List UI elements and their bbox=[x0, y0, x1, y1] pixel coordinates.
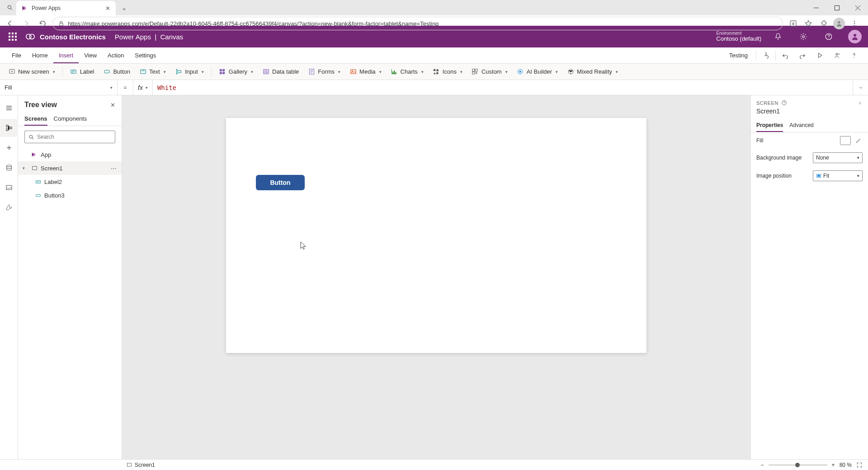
app-checker-icon[interactable] bbox=[758, 47, 774, 64]
status-screen-icon bbox=[127, 462, 132, 468]
undo-icon[interactable] bbox=[778, 47, 793, 64]
svg-rect-31 bbox=[394, 70, 395, 74]
tree-node-app[interactable]: App bbox=[18, 148, 122, 161]
canvas-button-control[interactable]: Button bbox=[256, 175, 305, 190]
tree-node-more-icon[interactable]: ⋯ bbox=[111, 165, 117, 172]
gallery-button[interactable]: Gallery▾ bbox=[215, 65, 257, 79]
user-avatar[interactable] bbox=[848, 30, 862, 43]
tree-node-screen1[interactable]: ▾ Screen1 ⋯ bbox=[18, 161, 122, 175]
ribbon-tab-settings[interactable]: Settings bbox=[129, 47, 161, 63]
ribbon-tab-view[interactable]: View bbox=[79, 47, 102, 63]
nav-reload-button[interactable] bbox=[36, 17, 49, 30]
settings-icon[interactable] bbox=[795, 26, 812, 47]
canvas-area[interactable]: Button bbox=[122, 95, 750, 459]
fit-to-window-icon[interactable] bbox=[856, 462, 863, 468]
zoom-slider[interactable] bbox=[769, 465, 827, 465]
mixed-reality-button[interactable]: Mixed Reality▾ bbox=[563, 65, 622, 79]
fill-edit-icon[interactable] bbox=[854, 136, 863, 145]
ribbon-help-icon[interactable] bbox=[846, 47, 862, 64]
svg-rect-3 bbox=[60, 23, 63, 25]
property-selector[interactable]: Fill▾ bbox=[0, 80, 118, 95]
nav-forward-button[interactable] bbox=[20, 17, 33, 30]
svg-rect-18 bbox=[71, 70, 76, 74]
button-button[interactable]: Button bbox=[99, 65, 134, 79]
status-screen-name[interactable]: Screen1 bbox=[135, 462, 155, 468]
tree-search-input[interactable] bbox=[24, 131, 115, 143]
media-button[interactable]: Media▾ bbox=[346, 65, 385, 79]
play-icon[interactable] bbox=[812, 47, 827, 64]
ribbon-tab-insert[interactable]: Insert bbox=[53, 47, 79, 63]
svg-point-10 bbox=[29, 34, 34, 39]
ai-builder-button[interactable]: AI Builder▾ bbox=[513, 65, 561, 79]
input-button[interactable]: Input▾ bbox=[171, 65, 208, 79]
svg-rect-1 bbox=[835, 5, 839, 10]
address-bar[interactable]: https://make.powerapps.com/e/Default-22d… bbox=[52, 17, 783, 30]
tree-node-label2[interactable]: Label2 bbox=[18, 175, 122, 188]
tree-node-button3[interactable]: Button3 bbox=[18, 188, 122, 202]
rail-tree-view-icon[interactable] bbox=[0, 119, 18, 137]
new-screen-button[interactable]: New screen▾ bbox=[5, 65, 59, 79]
screen-node-icon bbox=[31, 164, 38, 172]
ribbon-tab-file[interactable]: File bbox=[6, 47, 27, 63]
info-icon[interactable] bbox=[781, 100, 787, 106]
img-pos-select[interactable]: Fit▾ bbox=[813, 170, 863, 181]
notifications-icon[interactable] bbox=[769, 26, 787, 47]
svg-rect-36 bbox=[472, 69, 475, 71]
fx-button[interactable]: fx▾ bbox=[133, 80, 153, 95]
svg-rect-37 bbox=[476, 69, 478, 71]
window-close[interactable] bbox=[847, 0, 868, 15]
zoom-value: 80 bbox=[840, 462, 845, 468]
svg-rect-21 bbox=[178, 70, 181, 73]
prop-tab-properties[interactable]: Properties bbox=[756, 118, 783, 132]
label-button[interactable]: Label bbox=[66, 65, 98, 79]
suite-app-name: Power Apps | Canvas bbox=[115, 33, 183, 41]
prop-tab-advanced[interactable]: Advanced bbox=[789, 118, 813, 132]
chevron-down-icon[interactable]: ▾ bbox=[23, 166, 28, 170]
window-minimize[interactable] bbox=[806, 0, 826, 15]
text-icon bbox=[139, 68, 146, 75]
tab-search-icon[interactable] bbox=[4, 0, 16, 15]
new-tab-button[interactable]: ＋ bbox=[118, 3, 130, 15]
zoom-out-button[interactable]: − bbox=[761, 462, 764, 468]
org-logo-icon bbox=[25, 32, 35, 42]
icons-button[interactable]: Icons▾ bbox=[429, 65, 466, 79]
formula-input[interactable]: White bbox=[153, 84, 853, 91]
panel-expand-icon[interactable] bbox=[857, 100, 863, 106]
canvas-screen[interactable]: Button bbox=[226, 118, 646, 353]
rail-media-icon[interactable] bbox=[0, 179, 18, 197]
environment-picker[interactable]: Environment Contoso (default) bbox=[716, 31, 761, 42]
rail-data-icon[interactable] bbox=[0, 159, 18, 177]
browser-tab-title: Power Apps bbox=[32, 5, 100, 11]
help-icon[interactable] bbox=[820, 26, 837, 47]
redo-icon[interactable] bbox=[795, 47, 810, 64]
rail-tools-icon[interactable] bbox=[0, 198, 18, 216]
mouse-cursor-icon bbox=[299, 241, 307, 251]
tree-close-icon[interactable]: ✕ bbox=[110, 102, 115, 108]
custom-button[interactable]: Custom▾ bbox=[468, 65, 511, 79]
ribbon-tab-home[interactable]: Home bbox=[27, 47, 53, 63]
text-button[interactable]: Text▾ bbox=[136, 65, 170, 79]
tree-tab-components[interactable]: Components bbox=[54, 112, 87, 126]
app-name-display[interactable]: Testing bbox=[723, 52, 754, 59]
zoom-in-button[interactable]: + bbox=[832, 462, 835, 468]
svg-point-16 bbox=[854, 57, 854, 58]
browser-tab[interactable]: Power Apps ✕ bbox=[16, 1, 116, 15]
share-icon[interactable] bbox=[829, 47, 844, 64]
browser-chrome: Power Apps ✕ ＋ https://make.powerapps.co… bbox=[0, 0, 868, 26]
tab-close-icon[interactable]: ✕ bbox=[104, 5, 111, 12]
left-rail bbox=[0, 95, 18, 459]
ribbon-tab-action[interactable]: Action bbox=[102, 47, 129, 63]
button-node-icon bbox=[34, 192, 42, 199]
charts-button[interactable]: Charts▾ bbox=[387, 65, 427, 79]
data-table-button[interactable]: Data table bbox=[259, 65, 302, 79]
formula-expand-icon[interactable] bbox=[853, 80, 868, 95]
bg-image-select[interactable]: None▾ bbox=[813, 152, 863, 163]
window-maximize[interactable] bbox=[826, 0, 847, 15]
app-launcher-icon[interactable] bbox=[4, 26, 22, 47]
fill-color-swatch[interactable] bbox=[840, 136, 851, 145]
forms-button[interactable]: Forms▾ bbox=[304, 65, 344, 79]
rail-insert-icon[interactable] bbox=[0, 139, 18, 157]
rail-hamburger-icon[interactable] bbox=[0, 99, 18, 117]
tree-tab-screens[interactable]: Screens bbox=[24, 112, 47, 126]
fit-icon bbox=[816, 173, 821, 179]
